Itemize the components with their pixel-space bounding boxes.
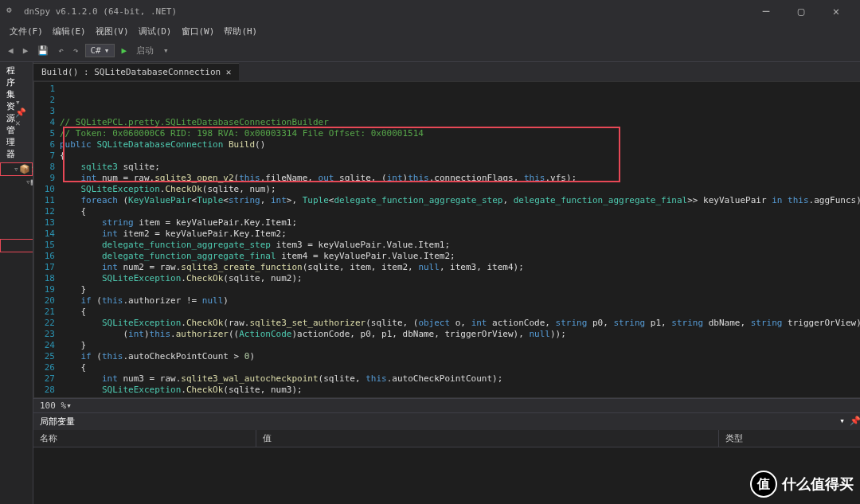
- tree-item[interactable]: ▹◆DatabaseProfileEventArgs @02000005: [0, 396, 33, 408]
- tree-item[interactable]: ▹◆IReadOnlyOrderedDictionary @0200001C: [0, 491, 33, 503]
- code-body[interactable]: // SQLitePCL.pretty.SQLiteDatabaseConnec…: [60, 82, 860, 397]
- maximize-button[interactable]: ▢: [784, 5, 819, 18]
- column-header[interactable]: 名称: [33, 430, 256, 447]
- tree-item[interactable]: ▹◆AuthorizerReturnCode @02000012: [0, 264, 33, 276]
- menu-item[interactable]: 调试(D): [134, 25, 177, 37]
- explorer-header: 程序集资源管理器 ▾ 📌 ✕: [0, 62, 33, 162]
- menu-item[interactable]: 编辑(E): [48, 25, 91, 37]
- tree-item[interactable]: ▹◆BindParameterOrderedDictionary @020000…: [0, 300, 33, 312]
- line-gutter: 1234567891011121314151617181920212223242…: [34, 82, 60, 397]
- language-select[interactable]: C# ▾: [85, 44, 115, 57]
- tab-build[interactable]: Build() : SQLiteDatabaseConnection ✕: [33, 63, 239, 80]
- column-header[interactable]: 值: [256, 430, 719, 447]
- tree-item[interactable]: ▹◆DatabaseUpdateEventArgs @02000007: [0, 420, 33, 432]
- tree-item[interactable]: ▹◆ConnectionFlags @0200000B: [0, 336, 33, 348]
- chevron-down-icon[interactable]: ▾: [66, 400, 72, 411]
- play-icon[interactable]: ▶: [118, 44, 130, 57]
- locals-title: 局部变量: [40, 416, 75, 428]
- titlebar: ⚙ dnSpy v6.1.2.0 (64-bit, .NET) ─ ▢ ✕: [0, 0, 860, 22]
- menubar: 文件(F)编辑(E)视图(V)调试(D)窗口(W)帮助(H): [0, 22, 860, 40]
- app-icon: ⚙: [6, 5, 19, 18]
- chevron-down-icon[interactable]: ▾: [160, 44, 172, 57]
- toolbar: ◀ ▶ 💾 ↶ ↷ C# ▾ ▶ 启动 ▾: [0, 40, 860, 62]
- panel-controls[interactable]: ▾ 📌 ✕: [839, 416, 860, 428]
- undo-icon[interactable]: ↶: [55, 44, 67, 57]
- chevron-down-icon: ▾: [104, 45, 110, 56]
- start-button[interactable]: 启动: [133, 43, 157, 58]
- tree-item[interactable]: ▹◆ColumnsListImpl @02000017: [0, 324, 33, 336]
- tree-item[interactable]: ▹◆BindParameter @02000002: [0, 276, 33, 288]
- menu-item[interactable]: 帮助(H): [219, 25, 262, 37]
- tree-item[interactable]: ▿📦SQLitePCL.pretty (1.2.2.0): [0, 162, 33, 176]
- tree-item[interactable]: ▿▦SQLitePCL.pretty.dll: [0, 176, 33, 188]
- window-title: dnSpy v6.1.2.0 (64-bit, .NET): [24, 6, 177, 17]
- tree-item[interactable]: ▹◆Contract @02000004: [0, 348, 33, 360]
- tree-item[interactable]: ▹◆IDatabaseBackup @02000020: [0, 467, 33, 479]
- nav-back-icon[interactable]: ◀: [5, 44, 17, 57]
- menu-item[interactable]: 视图(V): [91, 25, 134, 37]
- column-header[interactable]: 类型: [719, 430, 860, 447]
- tree[interactable]: ▿📦SQLitePCL.pretty (1.2.2.0)▿▦SQLitePCL.…: [0, 162, 33, 504]
- locals-body[interactable]: [33, 447, 860, 504]
- tree-item[interactable]: ▹▦引用: [0, 213, 33, 227]
- tree-item[interactable]: ▹◆IDatabaseConnection @0200001A: [0, 479, 33, 491]
- menu-item[interactable]: 窗口(W): [177, 25, 220, 37]
- tree-item[interactable]: ▹◆BindParameterImpl @02000016: [0, 288, 33, 300]
- tree-item[interactable]: ▹◆DatabaseBackupImpl @02000013: [0, 360, 33, 372]
- tree-item[interactable]: ▹◆ErrorCode @0200000D: [0, 443, 33, 455]
- close-button[interactable]: ✕: [819, 5, 854, 18]
- locals-columns: 名称值类型: [33, 430, 860, 447]
- tree-item[interactable]: ▹📄PE: [0, 188, 33, 200]
- tree-item[interactable]: ▹◆DatabaseTraceEventArgs @02000006: [0, 408, 33, 420]
- close-icon[interactable]: ✕: [226, 67, 232, 77]
- code-editor[interactable]: 1234567891011121314151617181920212223242…: [33, 81, 860, 398]
- tree-item[interactable]: ▹◆DatabaseConnection @02000008: [0, 372, 33, 384]
- zoom-bar[interactable]: 100 % ▾: [33, 398, 860, 412]
- nav-fwd-icon[interactable]: ▶: [20, 44, 32, 57]
- pin-icon[interactable]: ▾ 📌 ✕: [15, 97, 26, 128]
- tree-item[interactable]: ▹{}-: [0, 227, 33, 239]
- highlight-box: [63, 127, 620, 182]
- tree-item[interactable]: ▹◆DelegatingEnumerable @02000019: [0, 432, 33, 443]
- tree-item[interactable]: ▹◆IBindParameter @0200001D: [0, 455, 33, 467]
- tree-item[interactable]: ▹▦类型引用: [0, 200, 33, 213]
- save-icon[interactable]: 💾: [34, 44, 52, 57]
- assembly-explorer-panel: 程序集资源管理器 ▾ 📌 ✕ ▿📦SQLitePCL.pretty (1.2.2…: [0, 62, 33, 504]
- tree-item[interactable]: ▿{}SQLitePCL.pretty: [0, 239, 33, 252]
- tree-item[interactable]: ▹◆DatabaseConnectionStatusCode @02000010: [0, 384, 33, 396]
- minimize-button[interactable]: ─: [749, 5, 784, 18]
- document-tabs: Build() : SQLiteDatabaseConnection ✕: [33, 62, 860, 81]
- menu-item[interactable]: 文件(F): [5, 25, 48, 37]
- redo-icon[interactable]: ↷: [70, 44, 82, 57]
- tree-item[interactable]: ▹◆ColumnInfo @02000003: [0, 312, 33, 324]
- locals-panel: 局部变量 ▾ 📌 ✕ 名称值类型: [33, 412, 860, 504]
- tree-item[interactable]: ▹◆ActionCode @0200000C: [0, 252, 33, 264]
